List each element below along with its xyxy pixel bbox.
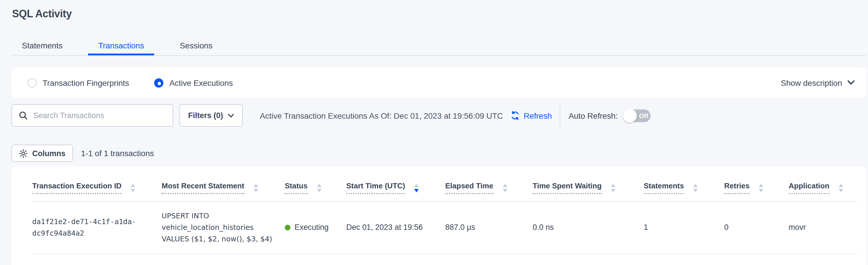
sort-icon bbox=[254, 184, 258, 192]
cell-most-recent-statement: UPSERT INTO vehicle_location_histories V… bbox=[162, 201, 285, 254]
sort-icon bbox=[611, 184, 616, 192]
column-header-statements[interactable]: Statements bbox=[644, 166, 724, 201]
sort-icon bbox=[317, 184, 321, 192]
view-mode-panel: Transaction Fingerprints Active Executio… bbox=[11, 68, 866, 98]
as-of-text: Active Transaction Executions As Of: Dec… bbox=[260, 111, 503, 120]
auto-refresh-label: Auto Refresh: bbox=[568, 111, 618, 120]
executing-status-dot-icon bbox=[285, 225, 290, 231]
cell-application: movr bbox=[788, 201, 858, 254]
radio-active-executions[interactable]: Active Executions bbox=[154, 78, 233, 87]
radio-transaction-fingerprints[interactable]: Transaction Fingerprints bbox=[28, 78, 129, 87]
column-header-retries[interactable]: Retries bbox=[724, 166, 788, 201]
tab-transactions[interactable]: Transactions bbox=[88, 37, 154, 55]
chevron-down-icon bbox=[847, 80, 855, 85]
radio-circle-icon bbox=[28, 78, 37, 87]
tab-bar: Statements Transactions Sessions bbox=[11, 38, 866, 56]
table-row: da1f21e2-de71-4c1f-a1da-dc9fc94a84a2 UPS… bbox=[32, 201, 858, 254]
sort-icon bbox=[839, 184, 843, 192]
column-header-most-recent-statement[interactable]: Most Recent Statement bbox=[162, 166, 285, 201]
sort-icon bbox=[131, 184, 135, 192]
gear-icon bbox=[19, 149, 28, 158]
cell-status: Executing bbox=[285, 201, 346, 254]
cell-statements: 1 bbox=[644, 201, 724, 254]
page-title: SQL Activity bbox=[0, 0, 868, 21]
sort-icon bbox=[693, 184, 698, 192]
transactions-table: Transaction Execution ID Most Recent Sta… bbox=[32, 166, 858, 254]
search-icon bbox=[19, 111, 28, 120]
tab-statements[interactable]: Statements bbox=[11, 37, 73, 55]
screenshot-stage: SQL Activity Statements Transactions Ses… bbox=[0, 0, 868, 265]
radio-label: Active Executions bbox=[169, 78, 233, 87]
radio-circle-icon bbox=[154, 78, 164, 87]
column-header-time-spent-waiting[interactable]: Time Spent Waiting bbox=[533, 166, 644, 201]
column-header-elapsed-time[interactable]: Elapsed Time bbox=[445, 166, 533, 201]
column-header-transaction-execution-id[interactable]: Transaction Execution ID bbox=[32, 166, 162, 201]
vertical-divider bbox=[560, 105, 561, 126]
column-header-start-time[interactable]: Start Time (UTC) bbox=[346, 166, 445, 201]
refresh-button[interactable]: Refresh bbox=[510, 111, 552, 121]
filters-button-label: Filters (0) bbox=[188, 111, 223, 120]
transactions-table-panel: Transaction Execution ID Most Recent Sta… bbox=[11, 166, 866, 265]
cell-retries: 0 bbox=[724, 201, 788, 254]
cell-transaction-execution-id[interactable]: da1f21e2-de71-4c1f-a1da-dc9fc94a84a2 bbox=[32, 201, 162, 254]
result-count: 1-1 of 1 transactions bbox=[81, 149, 154, 158]
toggle-knob bbox=[623, 109, 637, 123]
columns-button[interactable]: Columns bbox=[11, 144, 73, 162]
tab-sessions[interactable]: Sessions bbox=[169, 37, 223, 55]
radio-label: Transaction Fingerprints bbox=[42, 78, 129, 87]
auto-refresh-toggle[interactable]: Off bbox=[623, 109, 651, 122]
sort-icon bbox=[502, 184, 507, 192]
cell-start-time: Dec 01, 2023 at 19:56 bbox=[346, 201, 445, 254]
columns-button-label: Columns bbox=[32, 149, 66, 158]
column-header-application[interactable]: Application bbox=[788, 166, 858, 201]
refresh-icon bbox=[510, 111, 520, 121]
refresh-label: Refresh bbox=[524, 111, 552, 120]
search-input[interactable] bbox=[33, 111, 167, 120]
chevron-down-icon bbox=[228, 113, 234, 118]
search-input-wrapper[interactable] bbox=[11, 104, 173, 127]
filters-button[interactable]: Filters (0) bbox=[180, 104, 243, 127]
cell-elapsed-time: 887.0 µs bbox=[445, 201, 533, 254]
show-description-label: Show description bbox=[781, 78, 842, 87]
sort-icon bbox=[759, 184, 763, 192]
column-header-status[interactable]: Status bbox=[285, 166, 346, 201]
status-label: Executing bbox=[294, 222, 329, 233]
cell-time-spent-waiting: 0.0 ns bbox=[533, 201, 644, 254]
toggle-state-label: Off bbox=[639, 109, 648, 122]
controls-row: Filters (0) Active Transaction Execution… bbox=[11, 104, 866, 127]
sort-icon bbox=[414, 184, 419, 192]
table-toolbar: Columns 1-1 of 1 transactions bbox=[11, 144, 866, 162]
sql-activity-page: SQL Activity Statements Transactions Ses… bbox=[0, 0, 868, 265]
show-description-toggle[interactable]: Show description bbox=[781, 78, 855, 87]
table-header-row: Transaction Execution ID Most Recent Sta… bbox=[32, 166, 858, 201]
